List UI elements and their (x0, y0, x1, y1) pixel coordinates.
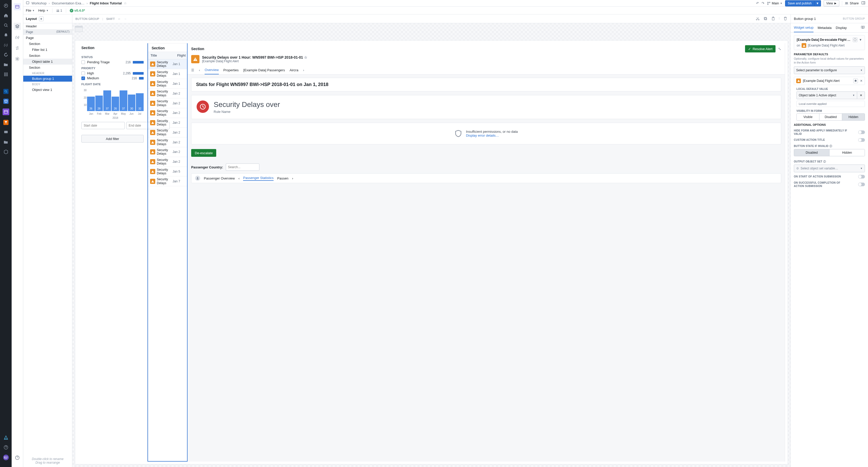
hamburger-icon[interactable]: ☰ (191, 68, 194, 72)
shift-left-icon[interactable]: ← (118, 17, 121, 21)
action-card[interactable]: [Example Data] De-escalate Flight A… ⓘ ▼… (794, 35, 865, 50)
tab-overview[interactable]: Overview (205, 66, 219, 74)
help-menu[interactable]: Help▼ (38, 8, 49, 12)
funnel-icon[interactable] (3, 120, 8, 125)
branch-selector[interactable]: Main ▼ (767, 1, 782, 5)
filter-row[interactable]: Pending Triage 216 (82, 60, 144, 64)
file-menu[interactable]: File▼ (26, 8, 35, 12)
star-icon[interactable]: ☆ (124, 1, 127, 5)
table-row[interactable]: Security Delays Jan 2 (148, 89, 187, 98)
variable-panel-icon[interactable]: (𝑥) (14, 34, 21, 41)
triangle-icon[interactable] (3, 435, 8, 440)
chart-bar[interactable]: 26 (87, 97, 95, 111)
tree-filter-list[interactable]: Filter list 1 (23, 47, 72, 53)
flight-alert-chip[interactable]: [Example Data] Flight Alert ✱ ✕ (794, 77, 865, 85)
table-row[interactable]: Security Delays Jan 2 (148, 157, 187, 167)
prev-tab-icon[interactable]: ‹ (199, 68, 200, 72)
chevron-down-icon[interactable]: ▼ (859, 38, 862, 41)
chart-bar[interactable]: 28 (95, 96, 103, 111)
monitor-icon[interactable] (3, 130, 8, 135)
swap-icon[interactable] (14, 44, 21, 52)
tree-button-group[interactable]: Button group 1 (23, 76, 72, 82)
table-row[interactable]: Security Delays Jan 2 (148, 137, 187, 147)
tree-object-table[interactable]: Object table 1 (23, 59, 72, 65)
checkbox[interactable]: ✓ (82, 76, 85, 80)
cube-search-icon[interactable] (3, 89, 8, 94)
footer-tab-passen[interactable]: Passen (277, 177, 288, 180)
shift-right-icon[interactable]: → (124, 17, 127, 21)
user-avatar[interactable]: EJ (3, 455, 9, 460)
folder-open-icon[interactable] (3, 62, 8, 67)
package-icon[interactable] (3, 149, 8, 154)
table-row[interactable]: Security Delays Jan 2 (148, 128, 187, 137)
version-badge[interactable]: ✓v0.4.0* (70, 8, 85, 12)
asterisk-icon[interactable]: ✱ (853, 79, 858, 83)
compass-icon[interactable] (3, 3, 8, 8)
folder-crumb-icon[interactable] (26, 1, 29, 5)
add-layout-button[interactable]: + (39, 17, 44, 21)
search-icon[interactable] (3, 23, 8, 28)
panel-toggle-icon[interactable] (861, 1, 865, 6)
help-icon[interactable] (3, 445, 8, 450)
clipboard-icon[interactable] (771, 17, 775, 21)
table-row[interactable]: Security Delays Jan 5 (148, 167, 187, 177)
hide-form-switch[interactable] (858, 130, 865, 134)
folder-icon[interactable] (3, 139, 8, 145)
tree-section-3[interactable]: Section (23, 65, 72, 70)
tab-aircraft[interactable]: Aircra (289, 66, 299, 74)
tab-metadata[interactable]: Metadata (817, 24, 832, 32)
chart-bar[interactable]: 30 (128, 95, 135, 111)
passenger-country-search[interactable] (226, 163, 259, 171)
redo-icon[interactable]: ↷ (762, 1, 765, 5)
bell-icon[interactable] (3, 33, 8, 38)
th-date[interactable]: Flight (175, 52, 187, 59)
tab-display[interactable]: Display (836, 24, 847, 32)
table-row[interactable]: Security Delays Jan 2 (148, 108, 187, 118)
start-date-input[interactable] (82, 122, 125, 129)
page-thumb-icon[interactable] (75, 26, 84, 38)
cut-icon[interactable] (755, 17, 760, 21)
tree-object-view[interactable]: Object view 1 (23, 87, 72, 93)
perm-link[interactable]: Display error details… (466, 133, 518, 137)
tab-passengers[interactable]: [Example Data] Passengers (243, 66, 285, 74)
th-title[interactable]: Title (148, 52, 175, 59)
footer-next-icon[interactable]: › (292, 177, 293, 180)
output-set-select[interactable]: ⚙Select object set variable… ▼ (794, 164, 865, 172)
table-row[interactable]: Security Delays Jan 7 (148, 177, 187, 186)
table-row[interactable]: Security Delays Jan 1 (148, 79, 187, 89)
page-icon[interactable] (14, 3, 21, 10)
chart-bar[interactable]: 26 (112, 97, 119, 111)
help-panel-icon[interactable]: ? (14, 454, 21, 461)
table-row[interactable]: Security Delays Jan 1 (148, 69, 187, 79)
tab-properties[interactable]: Properties (223, 66, 239, 74)
checkbox[interactable] (82, 60, 85, 64)
share-button[interactable]: Share (845, 1, 859, 5)
footer-tab-stats[interactable]: Passenger Statistics (243, 176, 274, 181)
radio-option[interactable]: Disabled (819, 114, 842, 120)
add-filter-button[interactable]: Add filter (82, 135, 144, 143)
radio-option[interactable]: Visible (797, 114, 819, 120)
radio-option[interactable]: Disabled (794, 149, 829, 156)
save-publish-button[interactable]: Save and publish (785, 0, 814, 6)
radio-option[interactable]: Hidden (829, 149, 865, 156)
tree-section-1[interactable]: Section (23, 41, 72, 47)
tree-section-2[interactable]: Section (23, 53, 72, 59)
tree-page-default[interactable]: Page(DEFAULT) (23, 29, 72, 35)
table-row[interactable]: Security Delays Jan 1 (148, 59, 187, 69)
clear-default-button[interactable]: ✕ (857, 91, 865, 99)
next-tab-icon[interactable]: › (303, 68, 304, 72)
on-complete-switch[interactable] (858, 183, 865, 186)
on-start-switch[interactable] (858, 175, 865, 179)
custom-title-switch[interactable] (858, 138, 865, 142)
deescalate-button[interactable]: De-escalate (191, 149, 216, 157)
gear-icon[interactable] (14, 55, 21, 63)
footer-tab-overview[interactable]: Passenger Overview (204, 177, 235, 181)
footer-prev-icon[interactable]: ‹ (239, 177, 240, 180)
layers-icon[interactable] (14, 23, 21, 30)
filter-row[interactable]: ✓ Medium 216 (82, 76, 144, 80)
chart-bar[interactable]: 37 (120, 90, 127, 111)
history-icon[interactable] (3, 52, 8, 57)
crumb-workshop[interactable]: Workshop (32, 1, 46, 5)
docs-icon[interactable] (861, 25, 865, 30)
collapse-icon[interactable]: ⤡ (778, 47, 781, 51)
